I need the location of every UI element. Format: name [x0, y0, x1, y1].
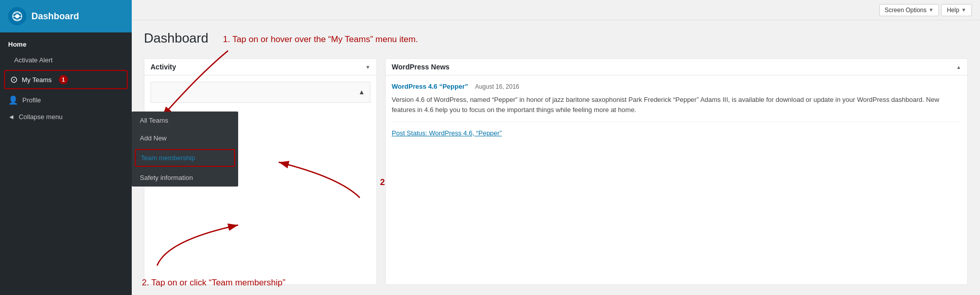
wordpress-icon [8, 7, 26, 25]
page-title: Dashboard [144, 30, 968, 46]
submenu-safety-information[interactable]: Safety information [132, 169, 238, 187]
wp-news-panel-body: WordPress 4.6 “Pepper” August 16, 2016 V… [386, 76, 967, 144]
activity-chevron-icon: ▼ [365, 64, 370, 70]
wp-news-article-2: Post Status: WordPress 4.6, “Pepper” [392, 128, 961, 138]
submenu-all-teams[interactable]: All Teams [132, 112, 238, 129]
sidebar-item-home-label: Home [8, 41, 26, 48]
wp-news-chevron-icon: ▲ [956, 64, 961, 70]
activity-collapse-icon: ▲ [358, 87, 365, 97]
top-bar: Screen Options ▼ Help ▼ [132, 0, 980, 20]
my-teams-badge: 1 [59, 75, 68, 84]
wp-news-panel-header[interactable]: WordPress News ▲ [386, 59, 967, 76]
wp-news-separator [392, 122, 961, 122]
activity-panel-header[interactable]: Activity ▼ [144, 59, 376, 76]
sidebar-item-home[interactable]: Home [0, 36, 132, 52]
main-content: Screen Options ▼ Help ▼ Dashboard 1. Tap… [132, 0, 980, 295]
content-area: Dashboard 1. Tap on or hover over the “M… [132, 20, 980, 295]
help-chevron-icon: ▼ [961, 7, 966, 13]
wp-news-article-1: WordPress 4.6 “Pepper” August 16, 2016 V… [392, 82, 961, 116]
collapse-icon: ◄ [8, 113, 15, 121]
submenu-my-teams: All Teams Add New Team membership Safety… [132, 112, 238, 187]
profile-icon: 👤 [8, 95, 18, 105]
sidebar: Dashboard Home Activate Alert ⊙ My Teams… [0, 0, 132, 295]
chevron-down-icon: ▼ [929, 7, 934, 13]
submenu-add-new[interactable]: Add New [132, 129, 238, 147]
activity-inner: ▲ [150, 82, 370, 103]
wp-news-panel: WordPress News ▲ WordPress 4.6 “Pepper” … [385, 58, 968, 285]
sidebar-item-profile[interactable]: 👤 Profile [0, 91, 132, 109]
help-button[interactable]: Help ▼ [941, 4, 972, 16]
sidebar-header[interactable]: Dashboard [0, 0, 132, 32]
step-2-label: 2 [380, 177, 385, 188]
wp-news-article-1-title[interactable]: WordPress 4.6 “Pepper” [392, 83, 468, 90]
sidebar-activate-alert-label: Activate Alert [14, 56, 53, 64]
panels-row: Activity ▼ ▲ ers on this Buoy. WordPress [144, 58, 968, 285]
sidebar-collapse-label: Collapse menu [19, 113, 63, 121]
wp-news-article-1-date: August 16, 2016 [475, 83, 519, 90]
my-teams-icon: ⊙ [10, 74, 18, 85]
submenu-team-membership[interactable]: Team membership [135, 149, 235, 167]
screen-options-button[interactable]: Screen Options ▼ [879, 4, 939, 16]
sidebar-title: Dashboard [31, 11, 79, 22]
annotation-2-text: 2. Tap on or click “Team membership” [142, 278, 285, 288]
sidebar-item-activate-alert[interactable]: Activate Alert [0, 52, 132, 68]
sidebar-item-collapse[interactable]: ◄ Collapse menu [0, 109, 132, 125]
sidebar-my-teams-label: My Teams [22, 76, 52, 84]
sidebar-nav: Home Activate Alert ⊙ My Teams 1 👤 Profi… [0, 32, 132, 295]
wp-news-article-1-body: Version 4.6 of WordPress, named “Pepper”… [392, 95, 961, 116]
sidebar-item-my-teams[interactable]: ⊙ My Teams 1 [4, 70, 128, 89]
sidebar-profile-label: Profile [22, 96, 41, 104]
wp-news-article-2-title[interactable]: Post Status: WordPress 4.6, “Pepper” [392, 129, 502, 137]
